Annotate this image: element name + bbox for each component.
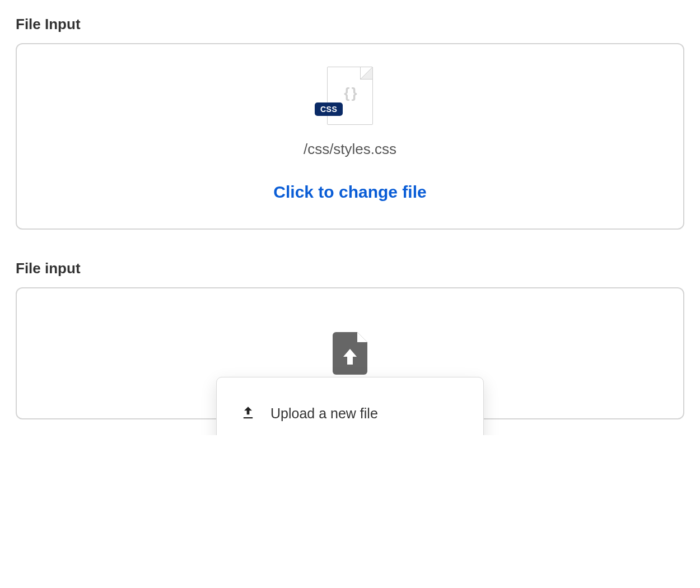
file-type-badge: CSS (315, 102, 343, 116)
file-input-card-1[interactable]: { } CSS /css/styles.css Click to change … (16, 43, 684, 230)
file-input-label-2: File input (16, 260, 684, 277)
file-css-icon: { } CSS (327, 67, 373, 125)
file-path-text: /css/styles.css (304, 141, 396, 158)
file-upload-icon (333, 332, 367, 375)
upload-new-file-label: Upload a new file (270, 405, 378, 422)
upload-new-file-item[interactable]: Upload a new file (225, 391, 475, 435)
change-file-link[interactable]: Click to change file (273, 183, 426, 202)
file-input-label-1: File Input (16, 16, 684, 33)
file-actions-menu: Upload a new file Explore existing files… (216, 377, 484, 435)
file-input-card-2[interactable]: Upload a new file Explore existing files… (16, 287, 684, 419)
upload-icon (239, 404, 257, 422)
